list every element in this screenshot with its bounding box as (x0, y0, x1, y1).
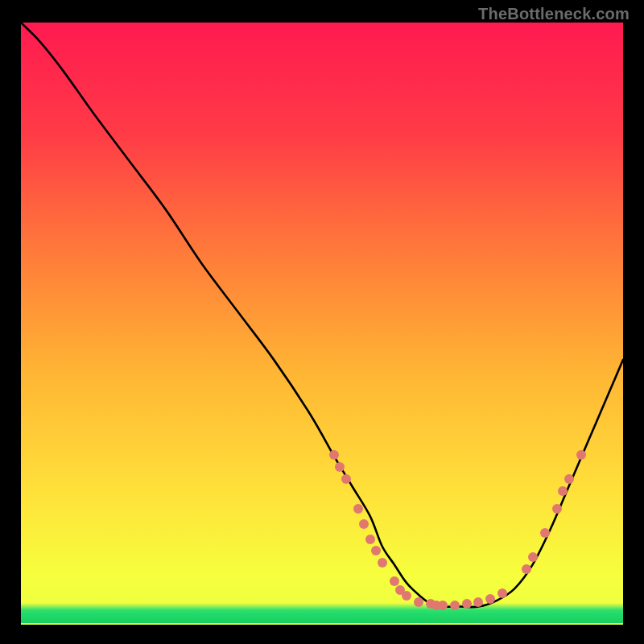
highlight-dot (540, 528, 550, 538)
highlight-dot (552, 504, 562, 514)
highlight-dot (378, 558, 387, 568)
highlight-dot (359, 519, 369, 529)
highlight-dot (329, 450, 339, 460)
highlight-dots (21, 23, 623, 623)
highlight-dot (473, 597, 483, 607)
highlight-dot (462, 599, 472, 609)
highlight-dot (402, 591, 411, 601)
highlight-dot (497, 588, 507, 598)
plot-area (21, 23, 623, 623)
highlight-dot (576, 450, 586, 460)
highlight-dot (485, 594, 495, 604)
chart-frame: TheBottleneck.com (0, 0, 644, 644)
watermark-text: TheBottleneck.com (478, 5, 630, 23)
highlight-dot (365, 535, 375, 544)
highlight-dot (371, 546, 381, 555)
highlight-dot (390, 576, 399, 586)
highlight-dot (522, 564, 531, 574)
highlight-dot (341, 474, 351, 484)
highlight-dot (450, 601, 460, 610)
highlight-dot (528, 552, 538, 562)
highlight-dot (564, 474, 574, 484)
highlight-dot (414, 597, 423, 607)
highlight-dot (335, 462, 345, 472)
highlight-dot (558, 486, 568, 496)
highlight-dot (438, 601, 448, 610)
highlight-dot (353, 504, 363, 514)
